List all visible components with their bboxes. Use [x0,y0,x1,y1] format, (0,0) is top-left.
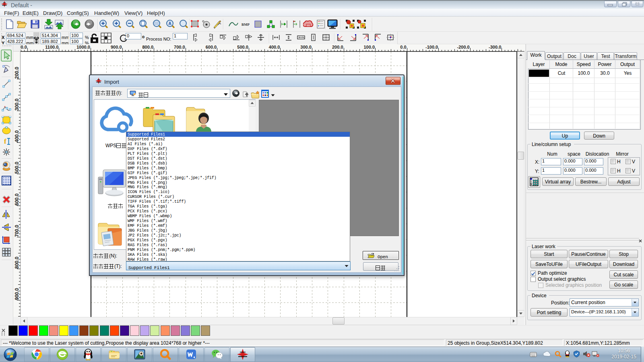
svg-text:A: A [168,21,171,26]
svg-text:BMP: BMP [242,23,250,27]
svg-text:f: f [4,138,6,145]
